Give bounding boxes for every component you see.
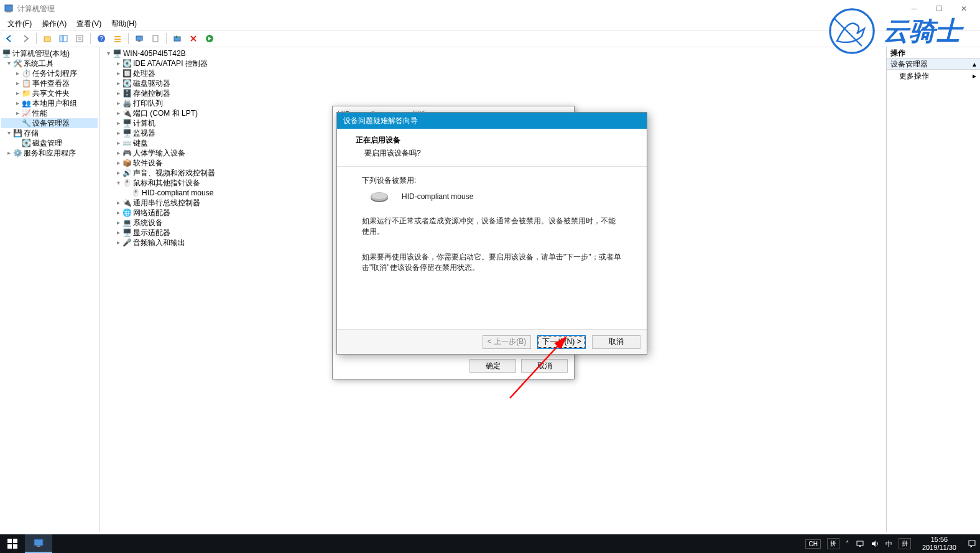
wizard-title[interactable]: 设备问题疑难解答向导 <box>337 113 647 129</box>
users-icon: 👥 <box>21 98 31 108</box>
enable-button[interactable] <box>203 32 216 45</box>
cat-cpu[interactable]: ▸🔲处理器 <box>101 68 885 78</box>
tree-task-scheduler[interactable]: ▸⏱️任务计划程序 <box>1 68 98 78</box>
cat-storage-ctrl[interactable]: ▸🗄️存储控制器 <box>101 88 885 98</box>
tray-volume-icon[interactable] <box>871 539 879 548</box>
svg-rect-5 <box>76 35 83 42</box>
svg-rect-32 <box>969 541 975 546</box>
forward-button[interactable] <box>19 32 32 45</box>
svg-point-20 <box>372 193 387 199</box>
share-icon: 📁 <box>21 88 31 98</box>
menu-help[interactable]: 帮助(H) <box>106 17 142 30</box>
ime-sym[interactable]: 拼 <box>899 538 911 549</box>
tree-root[interactable]: 🖥️计算机管理(本地) <box>1 49 98 58</box>
svg-rect-2 <box>44 37 50 42</box>
device-row: HID-compliant mouse <box>368 190 622 203</box>
device-name: HID-compliant mouse <box>402 192 473 201</box>
disable-button[interactable] <box>187 32 200 45</box>
event-icon: 📋 <box>21 78 31 88</box>
taskbar[interactable]: CH 拼 ˄ 中 拼 15:56 2019/11/30 <box>0 534 980 553</box>
ime-full[interactable]: 拼 <box>827 538 839 549</box>
taskbar-app-compmgmt[interactable] <box>25 534 52 553</box>
properties-ok-button[interactable]: 确定 <box>469 359 516 373</box>
svg-rect-10 <box>114 36 121 37</box>
software-icon: 📦 <box>122 158 132 168</box>
monitor-icon: 🖥️ <box>122 128 132 138</box>
svg-rect-30 <box>857 541 863 546</box>
usb-icon: 🔌 <box>122 198 132 208</box>
tree-event-viewer[interactable]: ▸📋事件查看器 <box>1 78 98 88</box>
tools-icon: 🛠️ <box>12 58 22 68</box>
action-center-icon[interactable] <box>968 539 976 548</box>
help-button[interactable]: ? <box>95 32 108 45</box>
menu-file[interactable]: 文件(F) <box>2 17 37 30</box>
actions-section[interactable]: 设备管理器▴ <box>887 58 980 70</box>
cat-ide[interactable]: ▸💽IDE ATA/ATAPI 控制器 <box>101 58 885 68</box>
wizard-msg1: 如果运行不正常或者造成资源冲突，设备通常会被禁用。设备被禁用时，不能使用。 <box>362 216 622 237</box>
tree-system-tools[interactable]: ▾🛠️系统工具 <box>1 58 98 68</box>
ime-mode[interactable]: 中 <box>885 539 892 549</box>
storage-ctrl-icon: 🗄️ <box>122 88 132 98</box>
sound-icon: 🔊 <box>122 168 132 178</box>
cpu-icon: 🔲 <box>122 68 132 78</box>
tree-services-apps[interactable]: ▸⚙️服务和应用程序 <box>1 148 98 158</box>
svg-rect-29 <box>37 546 40 547</box>
troubleshoot-wizard[interactable]: 设备问题疑难解答向导 正在启用设备 要启用该设备吗? 下列设备被禁用: HID-… <box>336 112 647 355</box>
svg-rect-12 <box>114 41 121 42</box>
computer-icon: 🖥️ <box>1 49 11 58</box>
hid-icon: 🎮 <box>122 148 132 158</box>
ide-icon: 💽 <box>122 58 132 68</box>
wizard-msg2: 如果要再使用该设备，你需要启动它。要启用该设备，请单击"下一步"；或者单击"取消… <box>362 252 622 273</box>
scan-button[interactable] <box>170 32 184 45</box>
back-button[interactable] <box>2 32 16 45</box>
wizard-next-button[interactable]: 下一步(N) > <box>537 335 586 349</box>
device-button[interactable] <box>149 32 162 45</box>
svg-rect-31 <box>859 546 861 547</box>
window-title: 计算机管理 <box>17 4 55 14</box>
properties-button[interactable] <box>73 32 86 45</box>
app-icon <box>4 4 14 14</box>
wizard-footer: < 上一步(B) 下一步(N) > 取消 <box>337 329 647 354</box>
svg-point-22 <box>830 9 874 53</box>
tree-local-users[interactable]: ▸👥本地用户和组 <box>1 98 98 108</box>
wizard-header: 正在启用设备 要启用该设备吗? <box>337 129 647 167</box>
tree-storage[interactable]: ▾💾存储 <box>1 128 98 138</box>
tree-disk-mgmt[interactable]: 💽磁盘管理 <box>1 138 98 148</box>
svg-rect-15 <box>153 35 158 42</box>
start-button[interactable] <box>0 534 25 553</box>
chevron-right-icon: ▸ <box>973 70 976 82</box>
view-button[interactable] <box>111 32 124 45</box>
system-dev-icon: 💻 <box>122 218 132 228</box>
services-icon: ⚙️ <box>12 148 22 158</box>
tree-shared-folders[interactable]: ▸📁共享文件夹 <box>1 88 98 98</box>
wizard-subheading: 要启用该设备吗? <box>356 148 628 159</box>
showtree-button[interactable] <box>57 32 70 45</box>
host-node[interactable]: ▾🖥️WIN-405P4I5T42B <box>101 49 885 58</box>
wizard-cancel-button[interactable]: 取消 <box>592 335 640 349</box>
watermark-text: 云骑士 <box>883 14 961 49</box>
pc-icon: 🖥️ <box>112 49 122 58</box>
task-icon: ⏱️ <box>21 68 31 78</box>
mouse-icon: 🖱️ <box>131 188 141 198</box>
svg-rect-13 <box>136 36 142 40</box>
tree-device-manager[interactable]: 🔧设备管理器 <box>1 118 98 128</box>
more-actions[interactable]: 更多操作▸ <box>887 70 980 82</box>
menu-action[interactable]: 操作(A) <box>37 17 72 30</box>
taskbar-clock[interactable]: 15:56 2019/11/30 <box>917 534 961 553</box>
monitor-button[interactable] <box>132 32 146 45</box>
perf-icon: 📈 <box>21 108 31 118</box>
left-tree[interactable]: 🖥️计算机管理(本地) ▾🛠️系统工具 ▸⏱️任务计划程序 ▸📋事件查看器 ▸📁… <box>0 47 99 532</box>
system-tray[interactable]: CH 拼 ˄ 中 拼 15:56 2019/11/30 <box>805 534 980 553</box>
cat-disk-drives[interactable]: ▸💽磁盘驱动器 <box>101 78 885 88</box>
tray-network-icon[interactable] <box>856 539 864 548</box>
collapse-icon[interactable]: ▴ <box>973 58 976 69</box>
disk-icon: 💽 <box>21 138 31 148</box>
svg-rect-26 <box>7 544 12 549</box>
ime-lang[interactable]: CH <box>805 539 820 549</box>
properties-cancel-button[interactable]: 取消 <box>521 359 568 373</box>
tray-chevron-icon[interactable]: ˄ <box>846 540 849 548</box>
menu-view[interactable]: 查看(V) <box>72 17 106 30</box>
tree-performance[interactable]: ▸📈性能 <box>1 108 98 118</box>
wizard-back-button: < 上一步(B) <box>483 335 531 349</box>
up-button[interactable] <box>40 32 54 45</box>
